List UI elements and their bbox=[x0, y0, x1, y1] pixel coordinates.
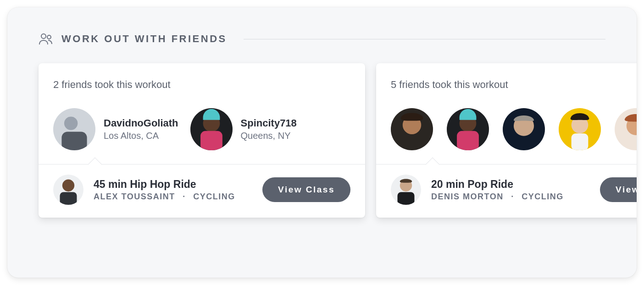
view-class-button[interactable]: View Class bbox=[262, 177, 350, 202]
instructor-name: Denis Morton bbox=[431, 192, 504, 201]
svg-rect-4 bbox=[61, 132, 87, 150]
workout-card[interactable]: 5 friends took this workout bbox=[376, 63, 637, 218]
avatar[interactable] bbox=[391, 108, 433, 150]
friends-count-text: 2 friends took this workout bbox=[53, 79, 350, 91]
class-category: Cycling bbox=[522, 192, 564, 201]
card-body: 5 friends took this workout bbox=[376, 63, 637, 164]
svg-rect-20 bbox=[572, 133, 588, 150]
class-text: 45 min Hip Hop Ride Alex Toussaint · Cyc… bbox=[94, 178, 252, 202]
avatar[interactable] bbox=[447, 108, 489, 150]
friend-location: Queens, NY bbox=[241, 130, 297, 142]
card-footer: 45 min Hip Hop Ride Alex Toussaint · Cyc… bbox=[39, 164, 365, 218]
friend-text: Spincity718 Queens, NY bbox=[241, 117, 297, 142]
friend-name: DavidnoGoliath bbox=[104, 117, 178, 130]
instructor-name: Alex Toussaint bbox=[94, 192, 175, 201]
card-footer: 20 min Pop Ride Denis Morton · Cycling V… bbox=[376, 164, 637, 218]
friend-location: Los Altos, CA bbox=[104, 130, 178, 142]
svg-point-9 bbox=[62, 180, 74, 192]
meta-separator: · bbox=[183, 192, 186, 201]
class-title: 20 min Pop Ride bbox=[431, 178, 590, 191]
instructor-avatar bbox=[391, 175, 421, 205]
svg-rect-10 bbox=[60, 192, 77, 205]
friend-text: DavidnoGoliath Los Altos, CA bbox=[104, 117, 178, 142]
friends-row bbox=[391, 108, 637, 150]
friends-icon bbox=[39, 33, 53, 45]
section-header: Work Out With Friends bbox=[7, 33, 637, 45]
friends-workout-panel: Work Out With Friends 2 friends took thi… bbox=[7, 7, 637, 278]
meta-separator: · bbox=[511, 192, 514, 201]
instructor-avatar bbox=[53, 175, 83, 205]
section-title: Work Out With Friends bbox=[61, 33, 227, 45]
class-title: 45 min Hip Hop Ride bbox=[94, 178, 252, 191]
friend-item[interactable]: Spincity718 Queens, NY bbox=[190, 108, 297, 150]
class-text: 20 min Pop Ride Denis Morton · Cycling bbox=[431, 178, 590, 202]
friends-row: DavidnoGoliath Los Altos, CA Spincity718… bbox=[53, 108, 350, 150]
svg-rect-15 bbox=[457, 131, 479, 150]
avatar[interactable] bbox=[615, 108, 637, 150]
header-rule bbox=[244, 39, 605, 39]
avatar[interactable] bbox=[559, 108, 601, 150]
svg-rect-25 bbox=[398, 192, 415, 205]
svg-point-0 bbox=[41, 34, 46, 38]
class-meta: Alex Toussaint · Cycling bbox=[94, 192, 252, 202]
friend-item[interactable]: DavidnoGoliath Los Altos, CA bbox=[53, 108, 178, 150]
card-body: 2 friends took this workout DavidnoGolia… bbox=[39, 63, 365, 164]
view-class-button[interactable]: View Class bbox=[600, 177, 637, 202]
class-category: Cycling bbox=[193, 192, 235, 201]
svg-point-3 bbox=[64, 116, 78, 130]
workout-cards-row: 2 friends took this workout DavidnoGolia… bbox=[7, 45, 637, 218]
avatar bbox=[190, 108, 233, 150]
class-meta: Denis Morton · Cycling bbox=[431, 192, 590, 202]
avatar[interactable] bbox=[503, 108, 545, 150]
friends-count-text: 5 friends took this workout bbox=[391, 79, 637, 91]
avatar bbox=[53, 108, 95, 150]
svg-rect-7 bbox=[200, 131, 222, 150]
svg-point-1 bbox=[47, 35, 51, 39]
friend-name: Spincity718 bbox=[241, 117, 297, 130]
workout-card[interactable]: 2 friends took this workout DavidnoGolia… bbox=[39, 63, 365, 218]
